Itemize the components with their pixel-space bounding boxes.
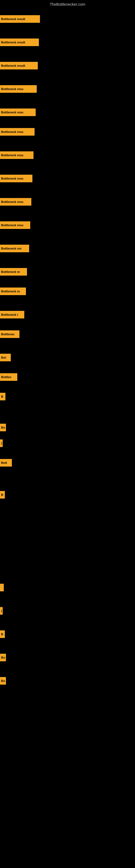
bottleneck-bar-21[interactable]: B (0, 491, 5, 499)
bottleneck-label-14: Bottlenec (1, 333, 14, 336)
bottleneck-bar-19[interactable]: | (0, 439, 3, 447)
bottleneck-label-3: Bottleneck resu (1, 87, 24, 91)
bottleneck-label-4: Bottleneck resu (1, 111, 24, 114)
bottleneck-label-23: | (1, 609, 2, 613)
bottleneck-bar-23[interactable]: | (0, 607, 3, 615)
bottleneck-label-6: Bottleneck resu (1, 154, 24, 157)
bottleneck-bar-13[interactable]: Bottleneck r (0, 311, 24, 318)
bottleneck-label-20: Bott (1, 461, 7, 464)
bottleneck-bar-2[interactable]: Bottleneck result (0, 62, 38, 69)
bottleneck-bar-1[interactable]: Bottleneck result (0, 38, 39, 46)
bottleneck-bar-24[interactable]: B (0, 630, 5, 638)
bottleneck-bar-22[interactable] (0, 584, 4, 591)
bottleneck-bar-9[interactable]: Bottleneck resu (0, 221, 30, 229)
bottleneck-label-9: Bottleneck resu (1, 223, 24, 227)
bottleneck-label-17: B (1, 395, 3, 398)
bottleneck-label-15: Bot (1, 356, 6, 359)
bottleneck-bar-4[interactable]: Bottleneck resu (0, 108, 36, 116)
bottleneck-bar-12[interactable]: Bottleneck re (0, 287, 26, 295)
bottleneck-label-8: Bottleneck resu (1, 200, 24, 204)
bottleneck-label-13: Bottleneck r (1, 313, 18, 316)
bottleneck-bar-14[interactable]: Bottlenec (0, 330, 19, 338)
bottleneck-label-16: Bottlen (1, 375, 11, 379)
bottleneck-bar-10[interactable]: Bottleneck res (0, 245, 29, 252)
bottleneck-bar-20[interactable]: Bott (0, 459, 12, 467)
bottleneck-label-10: Bottleneck res (1, 247, 21, 250)
bottleneck-bar-25[interactable]: Bo (0, 654, 6, 661)
bottleneck-label-21: B (1, 493, 3, 496)
bottleneck-label-0: Bottleneck result (1, 18, 25, 21)
bottleneck-bar-11[interactable]: Bottleneck re (0, 268, 27, 276)
bottleneck-label-5: Bottleneck resu (1, 130, 24, 133)
bottleneck-label-19: | (1, 442, 2, 445)
bottleneck-bar-26[interactable]: Bo (0, 677, 6, 685)
bottleneck-bar-18[interactable]: Bo (0, 424, 6, 431)
bottleneck-label-7: Bottleneck resu (1, 177, 24, 180)
bottleneck-label-11: Bottleneck re (1, 270, 20, 273)
bottleneck-bar-17[interactable]: B (0, 393, 5, 400)
bottleneck-bar-8[interactable]: Bottleneck resu (0, 198, 31, 206)
bottleneck-bar-6[interactable]: Bottleneck resu (0, 151, 34, 159)
bottleneck-label-25: Bo (1, 656, 5, 659)
bottleneck-bar-0[interactable]: Bottleneck result (0, 15, 40, 23)
bottleneck-label-24: B (1, 632, 3, 636)
site-title: TheBottlenecker.com (0, 1, 135, 8)
bottleneck-bar-3[interactable]: Bottleneck resu (0, 85, 37, 93)
bottleneck-bar-15[interactable]: Bot (0, 354, 11, 361)
bottleneck-bar-7[interactable]: Bottleneck resu (0, 175, 32, 182)
bottleneck-label-2: Bottleneck result (1, 64, 25, 67)
bottleneck-bar-5[interactable]: Bottleneck resu (0, 128, 35, 135)
bottleneck-bar-16[interactable]: Bottlen (0, 373, 17, 381)
bottleneck-label-26: Bo (1, 679, 5, 682)
bottleneck-label-12: Bottleneck re (1, 290, 20, 293)
bottleneck-label-1: Bottleneck result (1, 41, 25, 44)
bottleneck-label-18: Bo (1, 426, 5, 429)
